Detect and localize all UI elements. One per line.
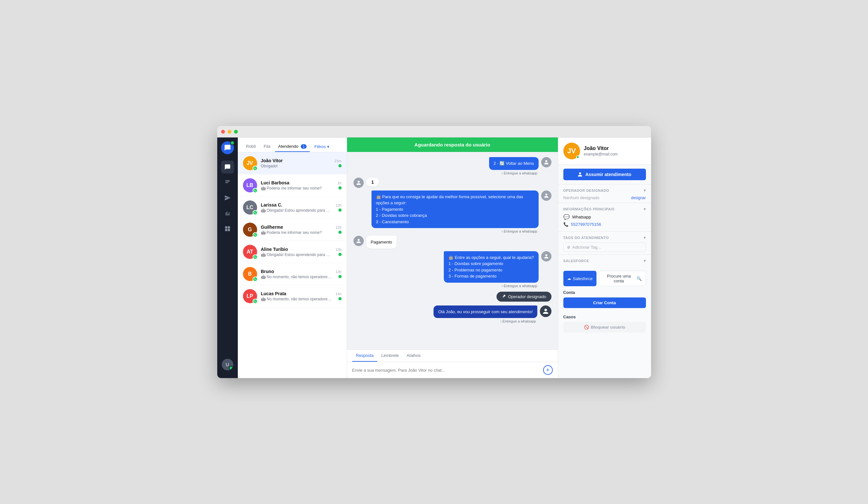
contact-email: example@mail.com bbox=[584, 152, 618, 156]
whatsapp-badge bbox=[252, 232, 258, 238]
online-dot bbox=[338, 275, 342, 278]
contact-name: João Vitor bbox=[584, 146, 618, 151]
tab-filtros[interactable]: Filtros ▾ bbox=[311, 141, 332, 151]
input-tab-lembrete[interactable]: Lembrete bbox=[377, 350, 403, 362]
nav-logo bbox=[221, 141, 234, 154]
phone-icon: 📞 bbox=[564, 222, 568, 227]
msg-bubble: 2 - 🔄 Voltar ao Menu bbox=[489, 157, 539, 170]
msg-row: 🤖 Para que eu consiga te ajudar da melho… bbox=[353, 190, 551, 233]
chat-name: Larissa C. bbox=[261, 202, 332, 208]
conta-label: Conta bbox=[558, 289, 651, 295]
operator-button[interactable]: Operador designado bbox=[496, 292, 551, 302]
msg-forward: › Entregue a whatsapp bbox=[434, 319, 537, 323]
msg-forward: › Entregue a whatsapp bbox=[444, 284, 538, 288]
bloquear-button[interactable]: 🚫 Bloquear usuário bbox=[564, 322, 646, 333]
chat-info: Larissa C. 🤖 Obrigada! Estou aprendendo … bbox=[261, 202, 332, 213]
chat-item[interactable]: G Guilherme 🤖 Poderia me informar seu no… bbox=[238, 219, 347, 241]
search-icon: 🔍 bbox=[637, 276, 642, 281]
contact-avatar-5: B bbox=[243, 267, 257, 281]
chat-name: Guilherme bbox=[261, 224, 332, 230]
close-btn[interactable] bbox=[221, 130, 225, 134]
chat-input-area: RespostaLembreteAtalhos + bbox=[347, 349, 558, 378]
minimize-btn[interactable] bbox=[228, 130, 231, 134]
tag-input[interactable]: ⊕ Adicionar Tag... bbox=[564, 242, 646, 252]
sidebar-item-analytics[interactable] bbox=[221, 207, 234, 220]
assume-button[interactable]: Assumir atendimento bbox=[564, 169, 646, 180]
casos-label: Casos bbox=[558, 313, 651, 319]
chat-item[interactable]: LC Larissa C. 🤖 Obrigada! Estou aprenden… bbox=[238, 197, 347, 219]
sf-icon: ☁ bbox=[567, 276, 571, 281]
chat-preview: 🤖 Obrigada! Estou aprendendo para melhor… bbox=[261, 208, 332, 213]
chat-messages: 2 - 🔄 Voltar ao Menu › Entregue a whatsa… bbox=[347, 152, 558, 349]
chat-icon: 💬 bbox=[564, 214, 570, 220]
msg-bubble: Olá João, eu vou prosseguir com seu aten… bbox=[434, 305, 537, 318]
sidebar-item-chat[interactable] bbox=[221, 161, 234, 174]
contact-avatar: JV bbox=[564, 143, 580, 159]
sidebar-item-grid[interactable] bbox=[221, 222, 234, 235]
chat-time: 21m bbox=[334, 159, 341, 163]
chat-info: Guilherme 🤖 Poderia me informar seu nome… bbox=[261, 224, 332, 235]
msg-avatar bbox=[541, 157, 551, 167]
chat-name: Lucas Prata bbox=[261, 291, 332, 296]
chevron-down-icon: ▾ bbox=[327, 144, 329, 149]
criar-conta-button[interactable]: Criar Conta bbox=[564, 297, 646, 308]
right-panel: JV João Vitor example@mail.com Assumir a… bbox=[558, 137, 651, 378]
salesforce-button[interactable]: ☁ Salesforce bbox=[564, 271, 597, 286]
chevron-icon-4: ▾ bbox=[644, 259, 646, 263]
maximize-btn[interactable] bbox=[234, 130, 238, 134]
chat-time: 12h bbox=[335, 225, 341, 229]
nenhum-designado: Nenhum designado bbox=[564, 195, 600, 200]
msg-avatar bbox=[353, 236, 364, 246]
msg-forward: › Entregue a whatsapp bbox=[489, 171, 539, 175]
chat-item[interactable]: JV João Vitor Obrigado! 21m bbox=[238, 152, 347, 175]
chat-item[interactable]: LP Lucas Prata 🤖 No momento, não temos o… bbox=[238, 285, 347, 307]
sidebar-item-messages[interactable] bbox=[221, 176, 234, 189]
operador-section-header: OPERADOR DESIGNADO ▾ bbox=[564, 188, 646, 193]
input-tabs: RespostaLembreteAtalhos bbox=[347, 350, 558, 362]
chat-preview: Obrigado! bbox=[261, 164, 331, 168]
chat-name: João Vitor bbox=[261, 158, 331, 163]
designar-link[interactable]: designar bbox=[631, 196, 645, 200]
chat-info: Aline Turibio 🤖 Obrigada! Estou aprenden… bbox=[261, 247, 332, 257]
chat-item[interactable]: B Bruno 🤖 No momento, não temos operador… bbox=[238, 263, 347, 285]
input-tab-resposta[interactable]: Resposta bbox=[352, 350, 378, 362]
nav-sidebar: U bbox=[217, 137, 238, 378]
tab-fila[interactable]: Fila bbox=[261, 141, 274, 152]
chat-meta: 13h bbox=[335, 248, 341, 256]
tags-section: TAGS DO ATENDIMENTO ▾ ⊕ Adicionar Tag... bbox=[558, 231, 651, 254]
contact-avatar-2: LC bbox=[243, 200, 257, 214]
tab-robo[interactable]: Robô bbox=[243, 141, 259, 152]
chat-header: Aguardando resposta do usuário bbox=[347, 137, 558, 152]
chat-info: Lucas Prata 🤖 No momento, não temos oper… bbox=[261, 291, 332, 301]
msg-bubble: 🤖 Entre as opções a seguir, qual te ajud… bbox=[444, 251, 538, 283]
input-row: + bbox=[347, 362, 558, 378]
whatsapp-badge bbox=[252, 299, 258, 304]
chat-item[interactable]: AT Aline Turibio 🤖 Obrigada! Estou apren… bbox=[238, 241, 347, 263]
phone-link[interactable]: 5527997075156 bbox=[571, 222, 601, 227]
contact-avatar-0: JV bbox=[243, 156, 257, 170]
operador-section: OPERADOR DESIGNADO ▾ Nenhum designado de… bbox=[558, 184, 651, 203]
person-icon bbox=[578, 172, 583, 177]
add-attachment-button[interactable]: + bbox=[543, 365, 553, 375]
chat-meta: 13h bbox=[335, 270, 341, 278]
msg-avatar bbox=[541, 251, 551, 262]
msg-row: Olá João, eu vou prosseguir com seu aten… bbox=[353, 305, 551, 324]
tab-atendendo[interactable]: Atendendo 1 bbox=[275, 141, 310, 152]
contact-avatar-4: AT bbox=[243, 245, 257, 259]
msg-row: 🤖 Entre as opções a seguir, qual te ajud… bbox=[353, 251, 551, 288]
user-avatar[interactable]: U bbox=[222, 359, 233, 370]
nav-bottom: U bbox=[217, 355, 238, 374]
msg-row: 2 - 🔄 Voltar ao Menu › Entregue a whatsa… bbox=[353, 157, 551, 175]
message-input[interactable] bbox=[352, 368, 540, 372]
sidebar-item-send[interactable] bbox=[221, 191, 234, 204]
chat-info: João Vitor Obrigado! bbox=[261, 158, 331, 168]
input-tab-atalhos[interactable]: Atalhos bbox=[403, 350, 424, 362]
msg-row: Pagamento bbox=[353, 236, 551, 249]
chat-item[interactable]: LB Luci Barbosa 🤖 Poderia me informar se… bbox=[238, 175, 347, 197]
msg-forward: › Entregue a whatsapp bbox=[372, 229, 539, 233]
rp-header: JV João Vitor example@mail.com bbox=[558, 137, 651, 165]
procure-conta-button[interactable]: Procure uma conta 🔍 bbox=[599, 271, 646, 286]
chat-name: Bruno bbox=[261, 269, 332, 274]
salesforce-section: SALESFORCE ▾ bbox=[558, 254, 651, 268]
chat-list: JV João Vitor Obrigado! 21m LB L bbox=[238, 152, 347, 378]
